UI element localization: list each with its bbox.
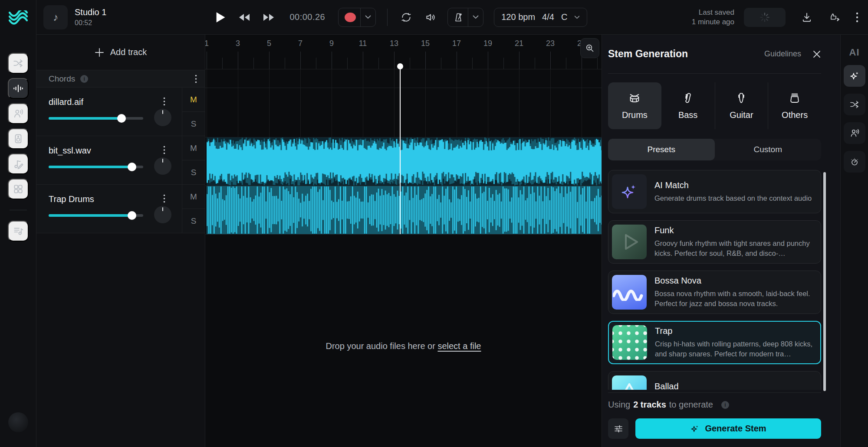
chords-menu-icon[interactable] [195, 75, 197, 83]
mute-button[interactable]: M [182, 88, 205, 111]
bar-number: 3 [236, 39, 240, 48]
volume-slider[interactable] [49, 211, 143, 220]
plus-icon [95, 48, 104, 57]
tab-guitar[interactable]: Guitar [715, 82, 768, 129]
pill-divider [468, 8, 468, 26]
solo-button[interactable]: S [182, 209, 205, 233]
tab-others[interactable]: Others [768, 82, 821, 129]
toolbar-divider [387, 9, 388, 26]
close-icon[interactable] [812, 50, 821, 59]
user-avatar[interactable] [8, 412, 28, 432]
bar-number: 9 [329, 39, 334, 48]
ai-split-arrows-icon[interactable] [844, 94, 865, 115]
nav-waveform-icon[interactable] [8, 78, 29, 99]
download-icon[interactable] [801, 12, 812, 23]
bar-number: 23 [546, 39, 555, 48]
metronome-options-chevron[interactable] [473, 15, 479, 19]
percussion-icon [788, 91, 801, 104]
slider-thumb[interactable] [117, 114, 126, 123]
preset-trap[interactable]: Trap Crisp hi-hats with rolling patterns… [608, 321, 821, 364]
tab-drums[interactable]: Drums [608, 82, 661, 129]
funk-thumbnail-play-icon [612, 225, 647, 259]
play-button[interactable] [215, 11, 226, 23]
solo-button[interactable]: S [182, 111, 205, 136]
nav-compose-icon[interactable] [8, 153, 29, 174]
nav-monitor-icon[interactable] [8, 128, 29, 149]
scrollbar-thumb[interactable] [823, 172, 826, 391]
preset-bossa-nova[interactable]: Bossa Nova Bossa nova rhythm with a smoo… [608, 271, 821, 314]
preset-list: AI Match Generate drums track based on t… [608, 170, 821, 390]
nav-apps-grid-icon[interactable] [8, 179, 29, 199]
tab-bass[interactable]: Bass [661, 82, 715, 129]
pan-knob[interactable] [154, 109, 171, 126]
chords-group-row[interactable]: Chords i [36, 70, 205, 88]
kebab-menu-icon[interactable] [856, 12, 858, 23]
select-file-link[interactable]: select a file [437, 341, 481, 351]
sync-spinner-button[interactable] [744, 8, 786, 27]
slider-thumb[interactable] [128, 163, 136, 171]
feedback-icon[interactable] [828, 12, 840, 23]
footer-divider [608, 392, 821, 393]
preset-funk[interactable]: Funk Groovy funk rhythm with tight snare… [608, 220, 821, 264]
record-button[interactable] [345, 13, 356, 22]
sparkle-icon [690, 424, 700, 434]
preset-ballad[interactable]: Ballad Gentle, expressive drum pattern w… [608, 371, 821, 390]
ai-dial-icon[interactable] [844, 151, 865, 173]
ai-sparkle-icon[interactable] [844, 65, 865, 87]
guidelines-link[interactable]: Guidelines [764, 49, 801, 59]
pan-knob[interactable] [154, 206, 171, 223]
nav-voice-icon[interactable] [8, 103, 29, 124]
speaker-icon[interactable] [425, 12, 436, 23]
track-menu-icon[interactable] [163, 146, 165, 154]
track-menu-icon[interactable] [163, 194, 165, 203]
stem-generation-panel: Stem Generation Guidelines [602, 35, 840, 447]
bar-number: 7 [298, 39, 302, 48]
tab-custom[interactable]: Custom [715, 139, 822, 160]
volume-slider[interactable] [49, 114, 143, 123]
tempo-control[interactable]: 120 bpm 4/4 C [494, 8, 587, 27]
track-menu-icon[interactable] [163, 97, 165, 106]
volume-slider[interactable] [49, 163, 143, 171]
preset-scrollbar [823, 172, 826, 391]
bar-number: 11 [359, 39, 367, 48]
record-options-chevron[interactable] [365, 15, 371, 19]
bossa-thumbnail-wave-icon [612, 275, 647, 310]
nav-split-arrows-icon[interactable] [8, 53, 29, 74]
slider-thumb[interactable] [128, 211, 136, 220]
track-name: bit_ssl.wav [49, 146, 91, 156]
loop-icon[interactable] [401, 12, 412, 23]
info-icon[interactable]: i [721, 401, 729, 409]
fast-forward-button[interactable] [263, 13, 275, 22]
project-title: Studio 1 [75, 7, 106, 17]
bar-number: 1 [205, 39, 209, 48]
ai-sidebar: AI [840, 35, 868, 447]
rewind-button[interactable] [238, 13, 250, 22]
solo-button[interactable]: S [182, 160, 205, 184]
track-row: dillard.aif M S [36, 88, 205, 136]
audio-clip-trap-drums[interactable] [207, 186, 602, 234]
timeline-area[interactable]: 135791113151719212325 Drop your audio fi… [205, 35, 602, 447]
preset-ai-match[interactable]: AI Match Generate drums track based on t… [608, 170, 821, 213]
nav-playlist-music-icon[interactable] [8, 221, 29, 241]
view-toggle: Presets Custom [608, 139, 821, 160]
add-track-button[interactable]: Add track [36, 35, 205, 70]
generation-settings-icon[interactable] [608, 418, 628, 439]
music-note-icon: ♪ [53, 11, 58, 23]
metronome-icon[interactable] [453, 12, 464, 23]
pan-knob[interactable] [154, 157, 171, 175]
mute-button[interactable]: M [182, 136, 205, 160]
drop-zone-text: Drop your audio files here or select a f… [205, 341, 602, 351]
tab-presets[interactable]: Presets [608, 139, 715, 160]
timeline-ruler[interactable]: 135791113151719212325 [205, 35, 602, 69]
bar-number: 13 [390, 39, 398, 48]
zoom-icon[interactable] [580, 38, 599, 58]
audio-clip-bit-ssl[interactable] [207, 137, 602, 186]
mute-button[interactable]: M [182, 185, 205, 209]
bar-number: 15 [421, 39, 430, 48]
track-row: Trap Drums M S [36, 185, 205, 233]
generate-stem-button[interactable]: Generate Stem [635, 418, 821, 439]
ai-voice-icon[interactable] [844, 122, 865, 144]
playhead-handle[interactable] [397, 63, 403, 69]
usage-status: Using 2 tracks to generate i [608, 400, 729, 410]
track-row: bit_ssl.wav M S [36, 136, 205, 185]
